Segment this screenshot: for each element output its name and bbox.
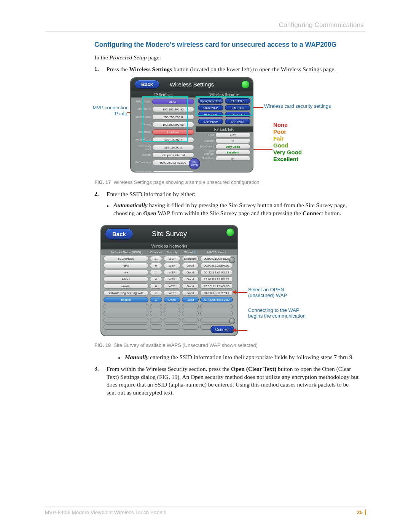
site-survey-panel: Back Site Survey Wireless Networks Netwo… [100,225,238,336]
ip-label: Host Name [132,131,151,133]
signal-good: Good [273,142,302,149]
eap-fast-button[interactable]: EAP-FAST [225,119,250,124]
wireless-settings-panel: Back Wireless Settings IP Settings DHCP/… [130,77,253,173]
step-3-num: 3. [94,365,101,397]
subnet-field[interactable]: 255.255.255.0 [152,114,194,120]
ip-label: MAC Address [132,161,151,164]
rf-label: Signal Strength [198,150,214,155]
fig17-text: Wireless Settings page showing a sample … [114,179,260,185]
ip-settings-section: IP Settings DHCP/StaticDHCP IP Address19… [131,91,196,172]
cell: NPS [104,263,148,268]
dhcp-button[interactable]: DHCP [152,99,194,104]
cell: 11 [150,256,162,261]
step-1-b: Wireless Settings [129,66,172,72]
wpa-psk-button[interactable]: WPA-PSK [198,112,223,117]
ap-mac-field: 00:11:22:3A:4B:5C:6D [152,171,194,173]
ip-label: Secondary DNS [132,145,151,150]
ip-label: Domain [132,153,151,156]
page-number: 25 [357,510,366,515]
status-indicator-icon [241,80,250,89]
cell: n/a [104,270,148,275]
cell: AMX1 [104,276,148,282]
ip-address-field[interactable]: 192.192.292.92 [152,107,194,112]
cell: Good [182,297,199,302]
cell: WEP [164,290,180,296]
cell: WEP [164,270,180,275]
arrow-18b-head [232,328,236,332]
table-row[interactable]: AMX14WEPGood22:02:E3:22:FD:22 [101,276,237,283]
ip-label: Primary DNS [132,138,151,141]
eap-tls-button[interactable]: EAP-TLS [225,105,250,110]
scroll-up-button[interactable] [229,257,235,263]
cell: 4 [150,276,162,282]
cell: B6:90:4B:11:57:11 [200,290,233,296]
callout-select-open: Select an OPEN (unsecured) WAP [248,287,309,299]
network-list: TECHPUBS11WEPExcellent00:00:E3:00:FB:26N… [101,255,237,303]
connect-button[interactable]: Connect [210,326,234,333]
signal-scale: None Poor Fair Good Very Good Excellent [273,121,302,163]
cell: WEP [164,256,180,261]
step-1-num: 1. [94,66,101,73]
dns2-field[interactable]: 192.192.92.5 [152,145,194,150]
s3-b: Open (Clear Text) [231,366,276,372]
b1-a: Automatically [113,202,148,208]
step-3: 3. From within the Wireless Security sec… [94,365,359,397]
th-security: Security [164,251,180,254]
arrow-18a [236,292,247,293]
site-survey-button[interactable]: Site Survey [189,158,200,169]
panel-topbar: Back Wireless Settings [131,78,253,91]
static-wep-button[interactable]: Static WEP [198,105,223,110]
cell: Open [164,297,180,302]
b1-e: Connec [303,210,322,216]
table-row[interactable]: NPS6WEPGood00:02:E3:02:EA:02 [101,262,237,269]
step-2-num: 2. [94,190,101,221]
rf-label: Link Quality [198,145,214,148]
callout-connect: Connecting to the WAP begins the communi… [248,307,309,319]
cell: Good [182,263,199,268]
table-row-empty [101,303,237,310]
cell: 22:0C:11:22:4D:9B [200,283,233,289]
table-row[interactable]: n/a11WEPGood00:22:E2:42:F2:22 [101,269,237,276]
gateway-field[interactable]: 192.192.292.90 [152,122,194,127]
panel-title: Wireless Settings [131,81,253,88]
eap-peap-button[interactable]: EAP-PEAP [198,119,223,124]
dns1-field[interactable]: 192.192.92.7 [152,137,194,142]
intro-suffix: page: [147,54,161,61]
step-1: 1. Press the Wireless Settings button (l… [94,66,359,73]
page-footer: MVP-8400i Modero Viewpoint Wireless Touc… [45,506,366,515]
fig17-no: FIG. 17 [94,179,111,185]
step-1-c: button (located on the lower-left) to op… [172,66,336,72]
scroll-down-button[interactable] [229,318,235,324]
arrow-18b [236,330,247,331]
cell: 00:02:E3:02:EA:02 [200,263,233,268]
cell: Good [182,276,199,282]
s3-a: From within the Wireless Security sectio… [107,366,231,372]
domain-field[interactable]: techpubs.internal [152,152,194,158]
cell: 6 [150,283,162,289]
bullet-auto: ● Automatically having it filled in by p… [107,201,359,217]
cell: WEP [164,263,180,268]
table-row[interactable]: Software Engineering WAP11WEPGoodB6:90:4… [101,289,237,296]
eap-leap-button[interactable]: EAP-LEAP [225,112,250,117]
data-rate-value: 54 [215,156,250,161]
wireless-networks-head: Wireless Networks [101,243,237,249]
channel-value: 11 [215,138,250,143]
signal-none: None [273,121,302,128]
eap-ttls-button[interactable]: EAP-TTLS [225,98,250,104]
footer-product: MVP-8400i Modero Viewpoint Wireless Touc… [45,510,166,515]
arrow-18a-head [232,290,236,294]
wireless-security-section: Wireless Security Open(Clear Text)EAP-TT… [196,91,253,172]
signal-fair: Fair [273,135,302,142]
sort-down-icon[interactable]: ▼ [193,251,196,254]
table-row[interactable]: TECHPUBS11WEPExcellent00:00:E3:00:FB:26 [101,255,237,262]
b1-d: WAP from within the Site Survey page and… [156,210,303,216]
table-row[interactable]: tmobile11OpenGoodAE:B8:09:5C:62:09 [101,296,237,303]
cell: 11 [150,270,162,275]
table-row[interactable]: amxitg6WEPGood22:0C:11:22:4D:9B [101,283,237,289]
open-clear-text-button[interactable]: Open(Clear Text) [198,98,223,104]
link-quality-value: Very Good [215,144,250,149]
intro-line: In the Protected Setup page: [94,54,359,61]
b1-c: Open [143,210,156,216]
th-mac: MAC Address [200,251,233,254]
hostname-field[interactable]: localhost [152,129,194,135]
